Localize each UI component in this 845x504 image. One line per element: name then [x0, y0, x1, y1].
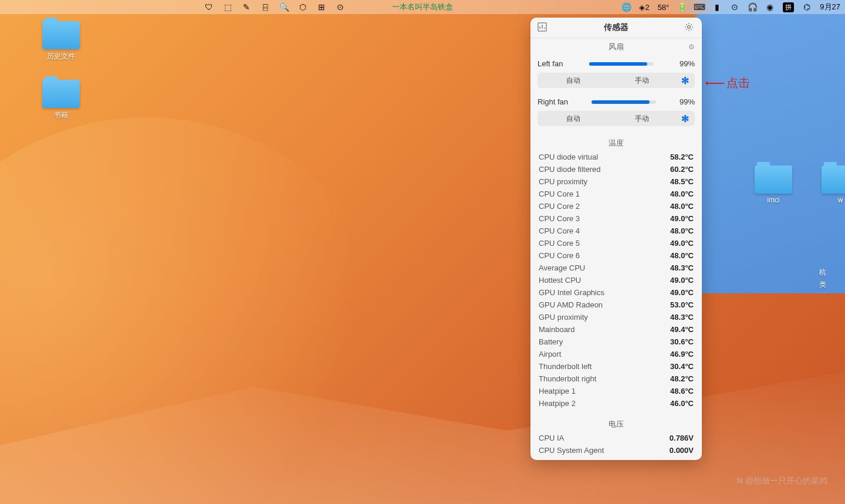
desktop-folder-partial[interactable]: w [822, 165, 845, 204]
temp-row: Thunderbolt right48.2°C [530, 373, 702, 385]
temp-row: CPU Core 248.0°C [530, 200, 702, 212]
temp-row: GPU Intel Graphics49.0°C [530, 286, 702, 299]
temp-row: Thunderbolt left30.4°C [530, 360, 702, 373]
menubar-temp[interactable]: 58° [658, 3, 670, 12]
temp-value: 49.0°C [670, 288, 694, 297]
temp-name: CPU Core 3 [539, 214, 580, 223]
temp-value: 30.4°C [670, 362, 694, 371]
ime-indicator[interactable]: 拼 [783, 2, 794, 12]
temp-value: 48.2°C [670, 374, 694, 383]
folder-icon [42, 80, 80, 108]
globe-icon[interactable]: 🌐 [621, 2, 631, 12]
temp-name: Heatpipe 2 [539, 399, 576, 408]
temp-row: CPU Core 549.0°C [530, 237, 702, 249]
temp-value: 48.0°C [670, 226, 694, 235]
shield-icon[interactable]: 🛡 [204, 2, 214, 12]
temp-name: CPU Core 1 [539, 190, 580, 198]
temp-value: 49.0°C [670, 276, 694, 285]
control-center-icon[interactable]: ⌬ [802, 2, 812, 12]
headphones-icon[interactable]: 🎧 [748, 2, 757, 12]
temp-value: 49.0°C [670, 239, 694, 248]
folder-icon [755, 165, 792, 194]
temperature-section: 温度 CPU diode virtual58.2°CCPU diode filt… [530, 132, 702, 413]
temp-value: 48.5°C [670, 177, 694, 186]
snowflake-icon[interactable]: ✻ [676, 74, 694, 87]
phone-icon[interactable]: ▮ [712, 2, 722, 12]
desktop-folder-books[interactable]: 书籍 [42, 80, 80, 120]
arrow-icon [707, 83, 724, 84]
temp-row: Hottest CPU49.0°C [530, 274, 702, 286]
volt-name: CPU IA [539, 434, 564, 442]
desktop-folder-imci[interactable]: imci [755, 165, 792, 204]
temp-row: GPU AMD Radeon53.0°C [530, 299, 702, 311]
temp-value: 49.0°C [670, 214, 694, 223]
temp-name: GPU Intel Graphics [539, 288, 604, 297]
snowflake-icon[interactable]: ✻ [676, 112, 694, 125]
folder-icon [822, 165, 845, 194]
volt-row: CPU System Agent0.000V [530, 444, 702, 456]
battery-icon[interactable]: 🔋 [677, 2, 687, 12]
temp-value: 53.0°C [670, 300, 694, 309]
display-icon[interactable]: ⌸ [261, 2, 270, 12]
temp-value: 48.0°C [670, 190, 694, 198]
folder-label: 杭 [819, 268, 826, 278]
desktop-folder-history[interactable]: 历史文件 [42, 21, 80, 62]
temp-name: Thunderbolt left [539, 362, 592, 371]
fan-auto-button[interactable]: 自动 [539, 74, 607, 87]
chart-icon[interactable] [538, 22, 548, 33]
fan-manual-button[interactable]: 手动 [607, 74, 676, 87]
cube-icon[interactable]: ⬚ [223, 2, 232, 12]
temp-row: CPU Core 448.0°C [530, 225, 702, 237]
temp-name: GPU proximity [539, 313, 588, 322]
volt-value: 0.786V [670, 434, 694, 442]
temp-row: Heatpipe 246.0°C [530, 397, 702, 410]
temp-row: CPU Core 349.0°C [530, 212, 702, 225]
temp-value: 48.6°C [670, 387, 694, 395]
temp-row: CPU Core 648.0°C [530, 249, 702, 262]
fan-progress [589, 62, 654, 66]
menubar-left-icons: 🛡 ⬚ ✎ ⌸ 🔍 ⬡ ⊞ ⊙ [204, 2, 345, 12]
search-icon[interactable]: 🔍 [279, 2, 289, 12]
sensors-panel: 传感器 风扇 ⚙ Left fan99%自动手动✻Right fan99%自动手… [530, 18, 702, 460]
temp-value: 48.0°C [670, 202, 694, 211]
fan-mode-segmented[interactable]: 自动手动✻ [538, 111, 695, 126]
temp-value: 46.0°C [670, 399, 694, 408]
wifi-icon[interactable]: ◉ [765, 2, 775, 12]
temp-value: 49.4°C [670, 325, 694, 334]
annotation-pointer: 点击 [707, 75, 750, 91]
temp-name: Hottest CPU [539, 276, 581, 285]
gear-icon[interactable] [684, 22, 695, 33]
diamond-count[interactable]: ◈2 [639, 3, 649, 12]
folder-label: 类 [819, 280, 826, 290]
menubar-date[interactable]: 9月27 [820, 2, 840, 12]
desktop-label-partial[interactable]: 杭 类 [819, 268, 826, 290]
fan-block-1: Right fan99%自动手动✻ [530, 94, 702, 132]
keyboard-icon[interactable]: ⌨ [695, 2, 704, 12]
temp-value: 30.6°C [670, 337, 694, 346]
clock-icon[interactable]: ⊙ [730, 2, 739, 12]
fan-mode-segmented[interactable]: 自动手动✻ [538, 73, 695, 88]
fan-manual-button[interactable]: 手动 [607, 112, 676, 125]
fan-name: Right fan [538, 97, 568, 106]
fan-percent: 99% [680, 97, 695, 106]
grid-icon[interactable]: ⊞ [317, 2, 326, 12]
temp-row: CPU diode filtered60.2°C [530, 163, 702, 175]
panel-title: 传感器 [548, 22, 684, 33]
now-playing-text[interactable]: 一本名叫半岛铁盒 [392, 2, 453, 12]
play-icon[interactable]: ⊙ [336, 2, 345, 12]
temp-row: CPU Core 148.0°C [530, 188, 702, 200]
temp-value: 48.0°C [670, 251, 694, 260]
watermark-text: N @想做一只开心的菜鸡 [737, 476, 827, 486]
pen-icon[interactable]: ✎ [242, 2, 251, 12]
temp-section-header: 温度 [530, 136, 702, 151]
fan-auto-button[interactable]: 自动 [539, 112, 607, 125]
temp-name: Battery [539, 337, 563, 346]
temp-value: 48.3°C [670, 313, 694, 322]
temp-value: 46.9°C [670, 350, 694, 358]
voltage-section: 电压 CPU IA0.786VCPU System Agent0.000V [530, 413, 702, 460]
hex-icon[interactable]: ⬡ [298, 2, 307, 12]
temp-row: Average CPU48.3°C [530, 262, 702, 274]
temp-row: GPU proximity48.3°C [530, 311, 702, 323]
temp-name: Mainboard [539, 325, 574, 334]
sliders-icon[interactable]: ⚙ [688, 43, 695, 51]
